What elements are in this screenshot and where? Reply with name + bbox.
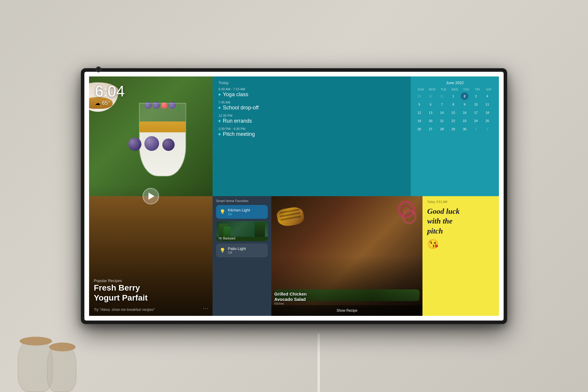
- cal-day[interactable]: 8: [450, 101, 457, 108]
- camera-dot: [96, 66, 101, 72]
- cal-day[interactable]: 14: [438, 109, 446, 116]
- device-kitchen-light[interactable]: 💡 Kitchen Light On: [216, 205, 268, 219]
- cal-day[interactable]: 26: [415, 125, 423, 133]
- cal-day[interactable]: 6: [427, 101, 435, 108]
- cal-day[interactable]: 11: [483, 101, 491, 108]
- camera-overlay: 📷 Backyard: [218, 237, 235, 240]
- big-berry: [162, 139, 175, 151]
- event-title-2: School drop-off: [218, 105, 405, 111]
- cal-day[interactable]: 30: [461, 125, 468, 133]
- device-status: Off: [228, 251, 246, 254]
- event-2[interactable]: 7:45 AM School drop-off: [218, 101, 405, 111]
- show-recipe-button[interactable]: Show Recipe: [271, 305, 422, 316]
- cal-day[interactable]: 25: [483, 117, 491, 125]
- event-1[interactable]: 6:30 AM - 7:15 AM Yoga class: [218, 87, 405, 98]
- smart-home-title: Smart Home Favorites: [216, 199, 268, 203]
- device-status: On: [228, 212, 250, 216]
- cal-day[interactable]: 15: [450, 109, 457, 116]
- time-display: 6:04 ☁ 65°: [95, 84, 125, 106]
- event-3[interactable]: 12:30 PM Run errands: [218, 114, 405, 124]
- device-row: 💡 Kitchen Light On: [220, 208, 264, 216]
- today-label: Today: [218, 81, 405, 85]
- onion-ring: [402, 209, 417, 224]
- smart-home-panel: Smart Home Favorites 💡 Kitchen Light On: [213, 196, 271, 316]
- event-dot: [218, 133, 220, 135]
- show-recipe-label: Show Recipe: [337, 308, 358, 313]
- cal-day[interactable]: 13: [427, 109, 435, 116]
- recipe-title: Fresh BerryYogurt Parfait: [94, 283, 148, 303]
- calendar-grid: SUN MON TUE WED THU FRI SAT 29 30 31: [415, 87, 494, 133]
- event-time-1: 6:30 AM - 7:15 AM: [218, 87, 405, 91]
- event-time-4: 3:30 PM - 4:30 PM: [218, 127, 405, 131]
- cal-day[interactable]: 27: [427, 125, 435, 133]
- play-icon: [148, 193, 154, 200]
- event-dot: [218, 94, 220, 96]
- cal-header-fri: FRI: [472, 87, 483, 92]
- jar-lid-1: [20, 337, 52, 346]
- cal-day[interactable]: 21: [438, 117, 446, 125]
- cal-day[interactable]: 29: [415, 92, 423, 100]
- cal-day[interactable]: 5: [415, 101, 423, 108]
- tree: [223, 226, 231, 238]
- temperature: 65°: [102, 100, 110, 106]
- recipe-hint: Try "Alexa, show me breakfast recipes": [94, 308, 155, 312]
- cal-day[interactable]: 2: [483, 125, 491, 133]
- clock: 6:04: [95, 84, 125, 99]
- cal-day[interactable]: 29: [450, 125, 457, 133]
- device-info: Kitchen Light On: [228, 208, 250, 216]
- cal-day[interactable]: 28: [438, 125, 446, 133]
- cal-day[interactable]: 23: [461, 117, 468, 125]
- cal-day[interactable]: 1: [472, 125, 480, 133]
- device-patio-light[interactable]: 💡 Patio Light Off: [216, 243, 268, 257]
- jar-lid-2: [49, 343, 76, 351]
- cal-day[interactable]: 17: [472, 109, 480, 116]
- camera-icon: 📷: [218, 237, 222, 240]
- cal-day[interactable]: 3: [472, 92, 480, 100]
- cal-day[interactable]: 4: [483, 92, 491, 100]
- cal-day[interactable]: 31: [438, 92, 446, 100]
- sticky-emoji: 😘: [427, 238, 494, 250]
- device-row: 💡 Patio Light Off: [220, 246, 264, 254]
- cal-day[interactable]: 9: [461, 101, 468, 108]
- cal-day[interactable]: 20: [427, 117, 435, 125]
- event-title-3: Run errands: [218, 118, 405, 124]
- cal-day[interactable]: 24: [472, 117, 480, 125]
- big-berry: [144, 136, 159, 151]
- cal-day-today[interactable]: 2: [461, 92, 468, 100]
- event-4[interactable]: 3:30 PM - 4:30 PM Pitch meeting: [218, 127, 405, 137]
- tree: [255, 222, 265, 238]
- cal-day[interactable]: 22: [450, 117, 457, 125]
- event-title-4: Pitch meeting: [218, 131, 405, 137]
- device-backyard[interactable]: 📷 Backyard: [216, 221, 268, 241]
- cal-day[interactable]: 19: [415, 117, 423, 125]
- wall: 6:04 ☁ 65° Popular Recipes Fresh BerryYo…: [0, 0, 588, 392]
- device-name: Kitchen Light: [228, 208, 250, 212]
- cal-day[interactable]: 16: [461, 109, 468, 116]
- play-button[interactable]: [143, 188, 159, 204]
- cal-day[interactable]: 18: [483, 109, 491, 116]
- calendar-panel: June 2022 SUN MON TUE WED THU FRI SAT: [411, 76, 499, 196]
- device-name: Patio Light: [228, 246, 246, 251]
- cal-day[interactable]: 1: [450, 92, 457, 100]
- cal-day[interactable]: 30: [427, 92, 435, 100]
- cal-day[interactable]: 12: [415, 109, 423, 116]
- kitchen-jars: [0, 316, 82, 392]
- camera-preview: 📷 Backyard: [216, 221, 268, 241]
- cal-header-thu: THU: [461, 87, 472, 92]
- cal-header-sun: SUN: [415, 87, 426, 92]
- big-berry: [128, 138, 141, 151]
- weather-icon: ☁: [95, 100, 100, 106]
- tv-bezel: 6:04 ☁ 65° Popular Recipes Fresh BerryYo…: [84, 72, 504, 321]
- event-title-1: Yoga class: [218, 91, 405, 98]
- tv-frame: 6:04 ☁ 65° Popular Recipes Fresh BerryYo…: [81, 68, 507, 324]
- food-title: Grilled ChickenAvocado Salad: [274, 291, 307, 302]
- weather-row: ☁ 65°: [95, 100, 125, 106]
- event-time-2: 7:45 AM: [218, 101, 405, 104]
- device-info: Patio Light Off: [228, 246, 246, 254]
- recipe-info: Popular Recipes Fresh BerryYogurt Parfai…: [94, 278, 148, 303]
- calendar-month: June 2022: [415, 81, 494, 85]
- cal-day[interactable]: 10: [472, 101, 480, 108]
- event-time-3: 12:30 PM: [218, 114, 405, 117]
- cal-day[interactable]: 7: [438, 101, 446, 108]
- more-options[interactable]: ⋮: [203, 306, 209, 312]
